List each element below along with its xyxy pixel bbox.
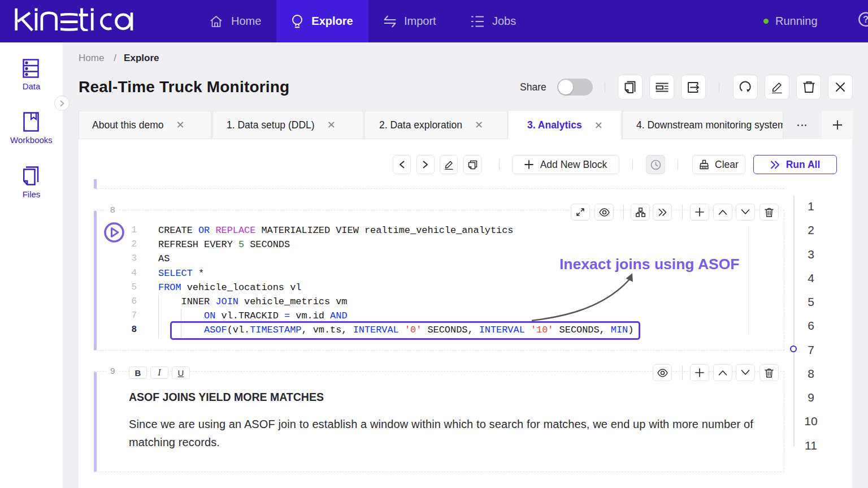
svg-text:?: ? bbox=[863, 14, 868, 24]
